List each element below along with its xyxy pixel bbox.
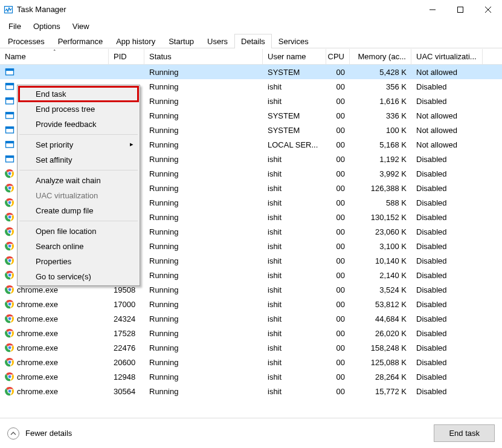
column-header-uac[interactable]: UAC virtualizati... [411, 49, 483, 64]
chrome-icon [5, 169, 14, 178]
cell: 24324 [109, 311, 144, 326]
cell: Running [144, 137, 263, 152]
cell: Running [144, 108, 263, 123]
table-row[interactable]: chrome.exe12948Runningishit0028,264 KDis… [0, 369, 502, 384]
table-row[interactable]: chrome.exe22476Runningishit00158,248 KDi… [0, 340, 502, 355]
cell: 00 [326, 94, 350, 108]
tab-performance[interactable]: Performance [51, 34, 109, 48]
cell: ishit [263, 369, 326, 384]
cell: Disabled [411, 210, 483, 224]
table-row[interactable]: RunningSYSTEM005,428 KNot allowed [0, 65, 502, 79]
cell: Disabled [411, 239, 483, 253]
cell: ishit [263, 282, 326, 297]
cell: ishit [263, 253, 326, 268]
minimize-button[interactable] [419, 0, 446, 19]
column-header-name[interactable]: Name˄ [0, 49, 109, 64]
generic-process-icon [5, 111, 14, 120]
table-row[interactable]: chrome.exe20600Runningishit00125,088 KDi… [0, 355, 502, 369]
generic-process-icon [5, 67, 14, 77]
tab-strip: ProcessesPerformanceApp historyStartupUs… [0, 33, 502, 48]
column-header-pid[interactable]: PID [109, 49, 144, 64]
cell: 00 [326, 239, 350, 253]
close-button[interactable] [474, 0, 502, 19]
cell: Running [144, 340, 263, 355]
context-menu-item-end-task[interactable]: End task [19, 86, 138, 102]
table-row[interactable]: chrome.exe24324Runningishit0044,684 KDis… [0, 311, 502, 326]
tab-services[interactable]: Services [272, 34, 315, 48]
cell: 00 [326, 210, 350, 224]
column-headers: Name˄PIDStatusUser nameCPUMemory (ac...U… [0, 49, 502, 65]
column-header-mem[interactable]: Memory (ac... [350, 49, 411, 64]
cell: chrome.exe [0, 297, 109, 311]
fewer-details-link[interactable]: Fewer details [25, 429, 72, 438]
menu-file[interactable]: File [2, 21, 27, 32]
svg-rect-2 [458, 7, 463, 12]
process-name: chrome.exe [17, 285, 58, 294]
titlebar: Task Manager [0, 0, 502, 19]
cell: Running [144, 297, 263, 311]
generic-process-icon [5, 154, 14, 164]
cell: ishit [263, 224, 326, 239]
cell: ishit [263, 94, 326, 108]
column-header-cpu[interactable]: CPU [326, 49, 350, 64]
context-menu-item-open-file-location[interactable]: Open file location [19, 224, 138, 239]
tab-users[interactable]: Users [201, 34, 234, 48]
column-header-status[interactable]: Status [144, 49, 263, 64]
cell: 5,168 K [350, 137, 411, 152]
generic-process-icon [5, 140, 14, 149]
chrome-icon [5, 198, 14, 207]
cell: ishit [263, 297, 326, 311]
cell: 44,684 K [350, 311, 411, 326]
menu-options[interactable]: Options [27, 21, 66, 32]
tab-processes[interactable]: Processes [1, 34, 51, 48]
tab-app-history[interactable]: App history [109, 34, 162, 48]
menu-view[interactable]: View [66, 21, 95, 32]
svg-point-21 [8, 201, 11, 204]
cell: 00 [326, 137, 350, 152]
cell: Disabled [411, 166, 483, 181]
context-menu-item-set-priority[interactable]: Set priority [19, 137, 138, 152]
tab-startup[interactable]: Startup [162, 34, 201, 48]
context-menu-item-provide-feedback[interactable]: Provide feedback [19, 117, 138, 132]
chevron-up-icon[interactable] [7, 427, 19, 440]
cell: Running [144, 369, 263, 384]
table-row[interactable]: chrome.exe17528Runningishit0026,020 KDis… [0, 326, 502, 340]
cell: ishit [263, 239, 326, 253]
cell: Running [144, 268, 263, 282]
chrome-icon [5, 227, 14, 236]
cell: Running [144, 79, 263, 94]
column-header-user[interactable]: User name [263, 49, 326, 64]
cell: ishit [263, 384, 326, 398]
end-task-button[interactable]: End task [434, 424, 495, 442]
cell: 00 [326, 384, 350, 398]
cell: Running [144, 94, 263, 108]
cell: ishit [263, 268, 326, 282]
svg-point-23 [8, 230, 11, 233]
cell: Disabled [411, 253, 483, 268]
cell: 30564 [109, 384, 144, 398]
cell: 158,248 K [350, 340, 411, 355]
table-row[interactable]: chrome.exe30564Runningishit0015,772 KDis… [0, 384, 502, 398]
table-row[interactable]: chrome.exe17000Runningishit0053,812 KDis… [0, 297, 502, 311]
cell: Disabled [411, 224, 483, 239]
context-menu-item-go-to-service-s-[interactable]: Go to service(s) [19, 269, 138, 284]
cell: ishit [263, 210, 326, 224]
cell: ishit [263, 326, 326, 340]
context-menu-item-analyze-wait-chain[interactable]: Analyze wait chain [19, 173, 138, 188]
cell: Not allowed [411, 108, 483, 123]
cell: 20600 [109, 355, 144, 369]
context-menu-item-properties[interactable]: Properties [19, 254, 138, 269]
tab-details[interactable]: Details [234, 34, 272, 48]
chrome-icon [5, 328, 14, 338]
context-menu-item-create-dump-file[interactable]: Create dump file [19, 203, 138, 218]
context-menu-item-end-process-tree[interactable]: End process tree [19, 102, 138, 117]
context-menu-item-search-online[interactable]: Search online [19, 239, 138, 254]
cell: Not allowed [411, 123, 483, 137]
cell: 00 [326, 195, 350, 210]
maximize-button[interactable] [446, 0, 474, 19]
context-menu-item-set-affinity[interactable]: Set affinity [19, 152, 138, 167]
cell: 00 [326, 268, 350, 282]
process-name: chrome.exe [17, 372, 58, 381]
cell: Running [144, 384, 263, 398]
cell: 00 [326, 224, 350, 239]
